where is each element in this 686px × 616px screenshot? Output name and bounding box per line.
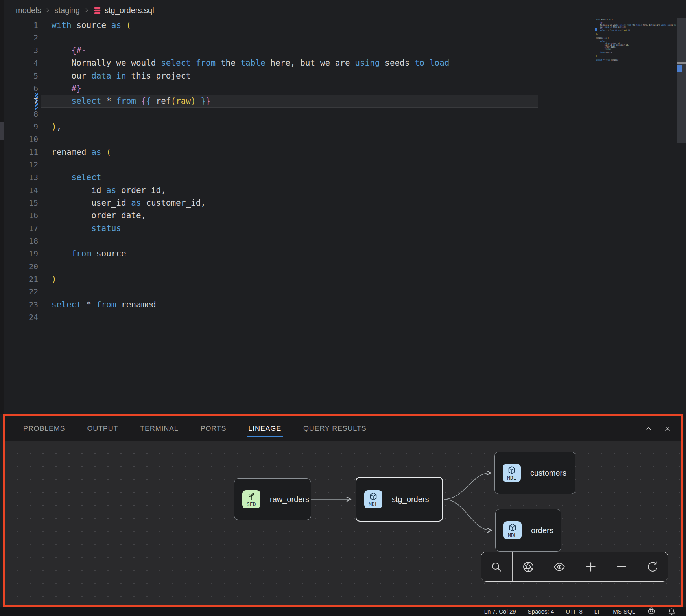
scrollbar-thumb[interactable] <box>677 18 686 143</box>
edge-stg_orders-to-customers <box>444 473 491 499</box>
node-type-badge: MDL <box>369 501 378 507</box>
line-number: 18 <box>4 236 38 246</box>
code-line: 22 <box>4 285 686 298</box>
minimap[interactable]: with source as ( {#- Normally we would s… <box>596 19 676 66</box>
code-line: 21) <box>4 273 686 286</box>
node-label: customers <box>530 469 566 478</box>
line-number: 4 <box>4 58 38 68</box>
node-type-badge: MDL <box>508 532 517 538</box>
line-number: 6 <box>4 84 38 93</box>
line-number: 5 <box>4 71 38 81</box>
code-line: 9), <box>4 120 686 133</box>
sidebar-scroll-indicator <box>0 122 4 140</box>
tab-query-results[interactable]: QUERY RESULTS <box>303 416 366 441</box>
chevron-right-icon <box>45 7 50 13</box>
line-number: 24 <box>4 313 38 322</box>
line-number: 16 <box>4 211 38 220</box>
breadcrumb-item-models[interactable]: models <box>16 6 41 15</box>
breadcrumb-file-name[interactable]: stg_orders.sql <box>105 6 154 15</box>
node-label: raw_orders <box>270 495 309 504</box>
zoom-out-icon[interactable] <box>613 558 630 576</box>
line-number: 8 <box>4 109 38 119</box>
code-line: 17 status <box>4 222 686 235</box>
code-line: 4 Normally we would select from the tabl… <box>4 57 686 70</box>
code-line: 12 <box>4 158 686 171</box>
refresh-icon[interactable] <box>644 558 661 576</box>
status-spaces-4[interactable]: Spaces: 4 <box>528 608 554 615</box>
status-bar: Ln 7, Col 29Spaces: 4UTF-8LFMS SQL <box>0 607 686 616</box>
ruler-band <box>677 62 686 64</box>
model-icon: MDL <box>503 521 522 539</box>
line-number: 10 <box>4 134 38 144</box>
code-line: 7 select * from {{ ref(raw) }} <box>4 95 686 108</box>
lineage-toolbar <box>481 552 668 582</box>
lineage-node-orders[interactable]: MDLorders <box>495 509 561 552</box>
tab-terminal[interactable]: TERMINAL <box>140 416 178 441</box>
tab-ports[interactable]: PORTS <box>201 416 227 441</box>
line-number: 15 <box>4 198 38 208</box>
bell-icon[interactable] <box>668 607 676 616</box>
code-line: 1with source as ( <box>4 18 686 31</box>
maximize-panel-chevron-up-icon[interactable] <box>644 425 653 433</box>
vscode-window: models staging stg_orders.sql 1with sour… <box>0 0 686 616</box>
line-number: 7 <box>4 96 38 106</box>
lineage-node-raw_orders[interactable]: SEDraw_orders <box>234 478 311 520</box>
tab-problems[interactable]: PROBLEMS <box>23 416 65 441</box>
line-number: 14 <box>4 186 38 195</box>
line-number: 3 <box>4 46 38 55</box>
code-line: 15 user_id as customer_id, <box>4 197 686 210</box>
breadcrumb-item-staging[interactable]: staging <box>54 6 80 15</box>
code-line: 3 {#- <box>4 44 686 57</box>
code-line: 18 <box>4 235 686 248</box>
model-icon: MDL <box>364 490 382 508</box>
code-editor[interactable]: 1with source as (23 {#-4 Normally we wou… <box>4 17 686 414</box>
code-line: 8 <box>4 107 686 120</box>
status-lf[interactable]: LF <box>594 608 601 615</box>
copilot-icon[interactable] <box>647 607 656 616</box>
aperture-icon[interactable] <box>520 558 537 576</box>
close-panel-icon[interactable] <box>663 425 672 433</box>
code-line: 10 <box>4 133 686 146</box>
tab-output[interactable]: OUTPUT <box>87 416 118 441</box>
code-line: 13 select <box>4 171 686 184</box>
chevron-right-icon <box>84 7 89 13</box>
search-icon[interactable] <box>488 558 505 576</box>
zoom-in-icon[interactable] <box>582 558 599 576</box>
panel-tab-bar: PROBLEMSOUTPUTTERMINALPORTSLINEAGEQUERY … <box>5 416 681 441</box>
code-line: 5 our data in this project <box>4 69 686 82</box>
ruler-line-marker <box>677 65 682 72</box>
line-number: 23 <box>4 300 38 309</box>
tab-lineage[interactable]: LINEAGE <box>248 416 281 441</box>
line-number: 1 <box>4 20 38 30</box>
code-line: 20 <box>4 260 686 273</box>
line-number: 12 <box>4 160 38 169</box>
eye-icon[interactable] <box>551 558 568 576</box>
code-line: 23select * from renamed <box>4 298 686 311</box>
line-number: 17 <box>4 224 38 233</box>
lineage-node-customers[interactable]: MDLcustomers <box>494 452 575 494</box>
line-number: 19 <box>4 249 38 258</box>
code-line: 11renamed as ( <box>4 145 686 158</box>
status-utf-8[interactable]: UTF-8 <box>566 608 583 615</box>
code-line: 19 from source <box>4 247 686 260</box>
status-ms-sql[interactable]: MS SQL <box>613 608 635 615</box>
code-line: 16 order_date, <box>4 209 686 222</box>
edge-stg_orders-to-orders <box>444 499 491 530</box>
activity-sidebar-edge <box>0 0 4 414</box>
node-type-badge: SED <box>247 501 256 507</box>
seed-icon: SED <box>242 490 260 508</box>
line-number: 13 <box>4 173 38 182</box>
code-line: 6 #} <box>4 82 686 95</box>
code-line: 24 <box>4 311 686 324</box>
node-type-badge: MDL <box>507 475 516 481</box>
line-number: 22 <box>4 287 38 296</box>
model-icon: MDL <box>503 464 521 482</box>
line-number: 2 <box>4 33 38 42</box>
bottom-panel: PROBLEMSOUTPUTTERMINALPORTSLINEAGEQUERY … <box>3 414 683 607</box>
database-icon <box>93 6 101 15</box>
line-number: 11 <box>4 147 38 157</box>
lineage-node-stg_orders[interactable]: MDLstg_orders <box>356 477 443 522</box>
lineage-canvas[interactable]: SEDraw_ordersMDLstg_ordersMDLcustomersMD… <box>5 441 681 605</box>
line-number: 21 <box>4 274 38 284</box>
status-ln-7-col-29[interactable]: Ln 7, Col 29 <box>484 608 516 615</box>
